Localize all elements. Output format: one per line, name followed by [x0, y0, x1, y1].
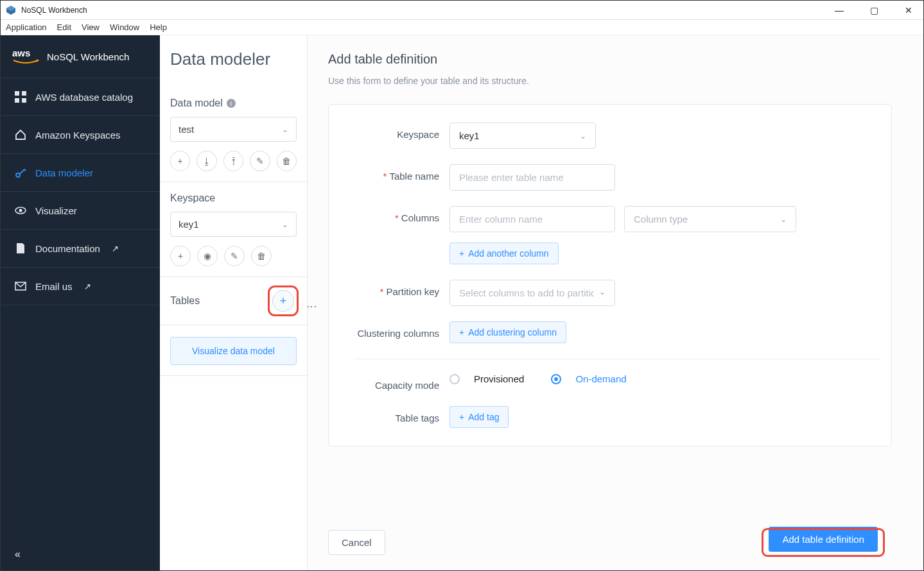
data-model-select[interactable]: test ⌄ [170, 117, 297, 142]
data-model-title: Data model [170, 98, 223, 109]
edit-icon: ✎ [256, 156, 264, 166]
plus-icon: + [280, 294, 287, 308]
submit-button[interactable]: Add table definition [769, 527, 878, 552]
model-icon [15, 167, 26, 178]
cancel-button[interactable]: Cancel [328, 530, 385, 555]
svg-rect-5 [15, 98, 19, 103]
chevron-down-icon: ⌄ [599, 287, 606, 298]
keyspace-section: Keyspace key1 ⌄ + ◉ ✎ 🗑 [160, 182, 307, 277]
resize-handle[interactable]: ⋮ [306, 302, 318, 311]
divider [354, 359, 881, 359]
document-icon [15, 243, 26, 254]
close-button[interactable]: ✕ [899, 5, 918, 15]
keyspace-select[interactable]: key1 ⌄ [170, 212, 297, 237]
data-model-value: test [179, 124, 194, 135]
keyspace-selected: key1 [459, 130, 480, 141]
delete-model-button[interactable]: 🗑 [277, 151, 297, 171]
nav-label: AWS database catalog [35, 92, 133, 103]
mid-heading: Data modeler [160, 35, 307, 87]
eye-icon [15, 205, 26, 216]
column-name-input[interactable]: Enter column name [449, 206, 615, 232]
aws-logo: aws [12, 48, 39, 65]
tags-label: Table tags [396, 413, 439, 423]
svg-rect-3 [15, 91, 19, 96]
nav: AWS database catalog Amazon Keyspaces Da… [1, 78, 160, 538]
maximize-button[interactable]: ▢ [864, 5, 884, 15]
add-table-button[interactable]: + [272, 290, 294, 312]
form-subtitle: Use this form to define your table and i… [328, 76, 904, 86]
data-model-section: Data model i test ⌄ + ⭳ ⭱ ✎ 🗑 [160, 87, 307, 182]
menu-view[interactable]: View [82, 22, 100, 32]
column-type-placeholder: Column type [634, 214, 688, 225]
plus-icon: + [178, 251, 183, 261]
add-column-button[interactable]: + Add another column [449, 243, 559, 264]
plus-icon: + [459, 327, 464, 337]
form-footer: Cancel Add table definition [328, 515, 892, 558]
radio-ondemand[interactable] [551, 374, 561, 384]
nav-visualizer[interactable]: Visualizer [1, 192, 160, 230]
info-icon[interactable]: i [227, 99, 236, 108]
menu-edit[interactable]: Edit [57, 22, 71, 32]
form-card: Keyspace key1 ⌄ *Table name Please enter… [328, 104, 892, 447]
nav-keyspaces[interactable]: Amazon Keyspaces [1, 116, 160, 154]
brand-name: NoSQL Workbench [47, 51, 129, 62]
export-model-button[interactable]: ⭱ [223, 151, 243, 171]
svg-rect-6 [22, 98, 26, 103]
column-type-select[interactable]: Column type ⌄ [624, 206, 796, 232]
tables-section: Tables + [160, 277, 307, 325]
svg-rect-4 [22, 91, 26, 96]
eye-icon: ◉ [204, 251, 211, 261]
edit-icon: ✎ [231, 251, 238, 261]
plus-icon: + [459, 412, 464, 422]
edit-keyspace-button[interactable]: ✎ [224, 246, 245, 266]
submit-highlight: Add table definition [763, 530, 883, 555]
keyspace-value: key1 [179, 219, 199, 230]
window-title: NoSQL Workbench [21, 6, 87, 15]
add-tag-button[interactable]: + Add tag [449, 406, 509, 428]
view-keyspace-button[interactable]: ◉ [197, 246, 218, 266]
tables-title: Tables [170, 295, 200, 307]
table-name-label: Table name [389, 171, 439, 182]
keyspace-label: Keyspace [397, 129, 439, 140]
app-icon [6, 5, 16, 15]
visualize-button[interactable]: Visualize data model [170, 337, 297, 365]
radio-ondemand-label[interactable]: On-demand [575, 373, 626, 384]
keyspace-dropdown[interactable]: key1 ⌄ [449, 123, 596, 149]
nav-label: Data modeler [35, 167, 93, 178]
collapse-sidebar[interactable]: « [1, 538, 160, 570]
nav-label: Documentation [35, 243, 100, 254]
delete-keyspace-button[interactable]: 🗑 [251, 246, 272, 266]
add-clustering-button[interactable]: + Add clustering column [449, 321, 566, 343]
partition-select[interactable]: Select columns to add to partition ⌄ [449, 280, 615, 306]
nav-label: Amazon Keyspaces [35, 130, 121, 141]
edit-model-button[interactable]: ✎ [250, 151, 270, 171]
chevron-down-icon: ⌄ [580, 132, 586, 141]
nav-data-modeler[interactable]: Data modeler [1, 154, 160, 192]
add-table-highlight: + [270, 287, 297, 314]
menubar: Application Edit View Window Help [1, 20, 923, 35]
upload-icon: ⭱ [229, 156, 238, 166]
radio-provisioned[interactable] [449, 374, 460, 384]
add-model-button[interactable]: + [170, 151, 190, 171]
svg-point-9 [19, 209, 22, 212]
partition-label: Partition key [386, 286, 439, 297]
keyspace-title: Keyspace [170, 192, 215, 204]
sidebar: aws NoSQL Workbench AWS database catalog… [1, 35, 160, 570]
nav-label: Visualizer [35, 205, 77, 216]
nav-documentation[interactable]: Documentation ↗ [1, 230, 160, 268]
import-model-button[interactable]: ⭳ [196, 151, 216, 171]
nav-email[interactable]: Email us ↗ [1, 268, 160, 305]
radio-provisioned-label[interactable]: Provisioned [474, 373, 524, 384]
chevron-down-icon: ⌄ [780, 215, 787, 224]
minimize-button[interactable]: — [830, 5, 849, 15]
menu-help[interactable]: Help [150, 22, 167, 32]
trash-icon: 🗑 [257, 251, 266, 261]
download-icon: ⭳ [202, 156, 211, 166]
nav-label: Email us [35, 281, 73, 292]
nav-database-catalog[interactable]: AWS database catalog [1, 78, 160, 116]
add-keyspace-button[interactable]: + [170, 246, 191, 266]
table-name-input[interactable]: Please enter table name [449, 164, 615, 191]
menu-application[interactable]: Application [6, 22, 47, 32]
mid-panel: Data modeler Data model i test ⌄ + ⭳ ⭱ ✎… [160, 35, 308, 570]
menu-window[interactable]: Window [110, 22, 139, 32]
